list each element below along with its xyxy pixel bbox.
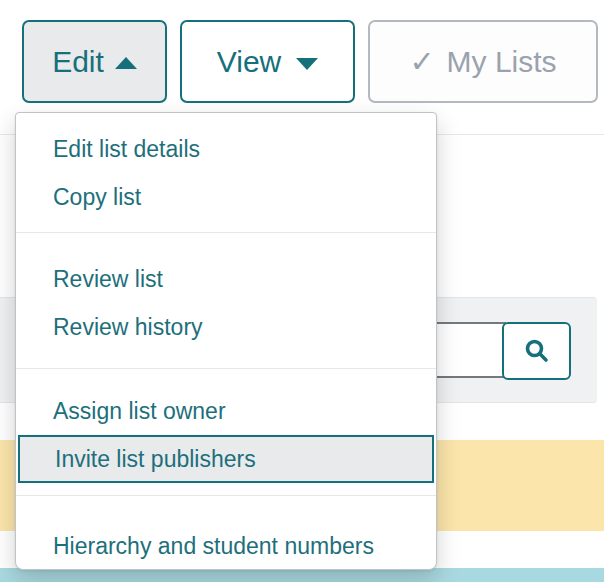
- menu-item-assign-list-owner[interactable]: Assign list owner: [16, 387, 436, 435]
- view-button-label: View: [217, 45, 281, 79]
- my-lists-button-label: My Lists: [447, 45, 557, 79]
- caret-down-icon: [296, 58, 318, 70]
- edit-dropdown-menu: Edit list details Copy list Review list …: [15, 112, 437, 570]
- menu-divider: [16, 232, 436, 233]
- edit-button-label: Edit: [52, 45, 104, 79]
- view-button[interactable]: View: [180, 20, 355, 103]
- menu-divider: [16, 368, 436, 369]
- menu-item-hierarchy-and-student-numbers[interactable]: Hierarchy and student numbers: [16, 522, 436, 570]
- search-icon: [524, 338, 550, 364]
- menu-item-invite-list-publishers[interactable]: Invite list publishers: [18, 435, 434, 483]
- table-header-band: [0, 568, 604, 582]
- my-lists-button[interactable]: ✓ My Lists: [368, 20, 598, 103]
- menu-item-review-history[interactable]: Review history: [16, 303, 436, 351]
- edit-button[interactable]: Edit: [22, 20, 167, 103]
- menu-divider: [16, 495, 436, 496]
- menu-item-copy-list[interactable]: Copy list: [16, 173, 436, 221]
- check-icon: ✓: [409, 47, 434, 77]
- menu-item-review-list[interactable]: Review list: [16, 255, 436, 303]
- menu-item-edit-list-details[interactable]: Edit list details: [16, 125, 436, 173]
- search-button[interactable]: [502, 322, 571, 380]
- caret-up-icon: [115, 57, 137, 69]
